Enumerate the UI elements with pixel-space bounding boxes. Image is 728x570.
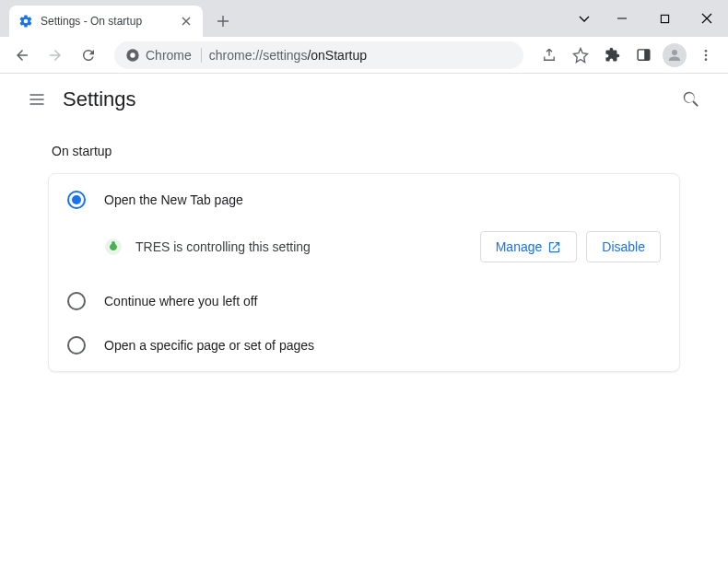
- startup-card: Open the New Tab page TRES is controllin…: [48, 173, 680, 372]
- tab-title: Settings - On startup: [41, 15, 171, 28]
- profile-avatar[interactable]: [660, 41, 689, 70]
- close-button[interactable]: [686, 4, 728, 33]
- radio-unselected[interactable]: [67, 292, 86, 310]
- startup-option-specific-pages[interactable]: Open a specific page or set of pages: [49, 323, 679, 367]
- bookmark-star-icon[interactable]: [566, 41, 595, 70]
- radio-selected[interactable]: [67, 191, 86, 209]
- svg-point-5: [705, 50, 708, 52]
- svg-point-6: [705, 53, 708, 56]
- back-button[interactable]: [7, 41, 37, 70]
- maximize-button[interactable]: [643, 4, 686, 33]
- open-external-icon: [547, 240, 561, 254]
- svg-point-2: [130, 52, 135, 57]
- settings-header: Settings: [0, 74, 728, 125]
- url-text: chrome://settings/onStartup: [209, 48, 367, 63]
- option-label: Open the New Tab page: [104, 192, 243, 207]
- side-panel-icon[interactable]: [628, 41, 658, 70]
- option-label: Open a specific page or set of pages: [104, 338, 314, 353]
- browser-titlebar: Settings - On startup: [0, 0, 728, 37]
- share-icon[interactable]: [534, 41, 564, 70]
- disable-button[interactable]: Disable: [586, 231, 661, 262]
- menu-hamburger-icon[interactable]: [18, 81, 55, 118]
- search-icon[interactable]: [673, 81, 710, 118]
- section-title: On startup: [48, 144, 680, 158]
- new-tab-button[interactable]: [210, 8, 236, 34]
- settings-content: On startup Open the New Tab page TRES is…: [0, 125, 728, 390]
- page-title: Settings: [63, 87, 136, 111]
- browser-tab[interactable]: Settings - On startup: [9, 6, 203, 37]
- option-label: Continue where you left off: [104, 294, 257, 308]
- site-chip: Chrome: [125, 48, 202, 63]
- manage-button[interactable]: Manage: [480, 231, 578, 262]
- svg-point-7: [705, 58, 708, 61]
- extension-app-icon: [104, 238, 123, 256]
- forward-button: [41, 41, 70, 70]
- settings-gear-icon: [18, 14, 33, 29]
- radio-unselected[interactable]: [67, 336, 86, 355]
- tab-close-icon[interactable]: [179, 14, 194, 29]
- extension-notice: TRES is controlling this setting Manage …: [49, 222, 679, 279]
- reload-button[interactable]: [74, 41, 103, 70]
- address-bar[interactable]: Chrome chrome://settings/onStartup: [114, 41, 523, 69]
- window-controls: [568, 0, 728, 37]
- extensions-puzzle-icon[interactable]: [597, 41, 627, 70]
- tab-search-icon[interactable]: [568, 4, 601, 33]
- svg-rect-4: [644, 50, 650, 60]
- chrome-logo-icon: [125, 48, 140, 63]
- minimize-button[interactable]: [601, 4, 643, 33]
- extension-message: TRES is controlling this setting: [135, 239, 467, 254]
- menu-dots-icon[interactable]: [691, 41, 721, 70]
- startup-option-new-tab[interactable]: Open the New Tab page: [49, 178, 679, 222]
- browser-toolbar: Chrome chrome://settings/onStartup: [0, 37, 728, 74]
- svg-rect-0: [661, 15, 668, 22]
- startup-option-continue[interactable]: Continue where you left off: [49, 279, 679, 323]
